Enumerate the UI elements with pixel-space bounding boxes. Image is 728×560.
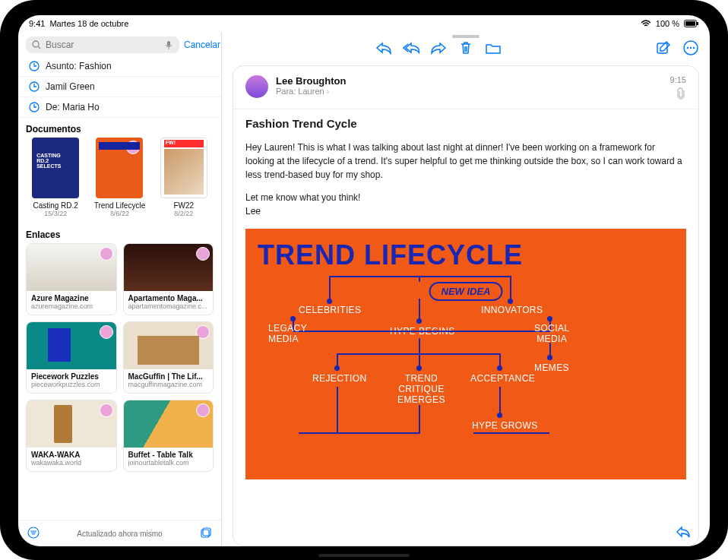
search-field[interactable] xyxy=(26,36,179,53)
document-date: 8/6/22 xyxy=(110,210,129,217)
link-title: Buffet - Table Talk xyxy=(128,451,209,459)
link-card[interactable]: Buffet - Table Talk joinourtabletalk.com xyxy=(123,400,214,472)
link-card[interactable]: WAKA-WAKA wakawaka.world xyxy=(26,400,117,472)
battery-text: 100 % xyxy=(656,19,679,28)
document-date: 15/3/22 xyxy=(44,210,67,217)
node-memes: MEMES xyxy=(534,362,569,373)
node-legacy-media: LEGACY MEDIA xyxy=(268,323,307,344)
link-card[interactable]: Piecework Puzzles pieceworkpuzzles.com xyxy=(26,321,117,394)
link-title: Piecework Puzzles xyxy=(31,372,112,381)
link-thumbnail xyxy=(124,322,214,369)
documents-header: Documentos xyxy=(18,118,221,138)
svg-point-16 xyxy=(693,47,695,49)
document-name: Casting RD.2 xyxy=(33,201,78,210)
reply-all-icon[interactable] xyxy=(403,40,419,56)
node-hype-grows: HYPE GROWS xyxy=(472,420,538,431)
sender-name[interactable]: Lee Broughton xyxy=(276,75,663,87)
node-acceptance: ACCEPTANCE xyxy=(470,373,535,384)
recent-label: Asunto: Fashion xyxy=(46,61,112,71)
node-celebrities: CELEBRITIES xyxy=(299,305,361,315)
link-domain: joinourtabletalk.com xyxy=(128,459,209,467)
message-time: 9:15 xyxy=(670,75,686,84)
svg-rect-1 xyxy=(685,21,695,26)
forward-icon[interactable] xyxy=(430,40,447,56)
clock-icon xyxy=(29,61,40,71)
link-title: MacGuffin | The Lif... xyxy=(128,372,209,381)
recent-label: De: Maria Ho xyxy=(46,102,100,112)
link-thumbnail xyxy=(27,322,116,369)
link-domain: apartamentomagazine.c... xyxy=(128,302,209,310)
compose-icon[interactable] xyxy=(655,40,672,56)
document-item[interactable]: Trend Lifecycle 8/6/22 xyxy=(90,138,149,217)
svg-point-3 xyxy=(33,41,39,47)
node-innovators: INNOVATORS xyxy=(481,305,543,315)
sidebar-footer: Actualizado ahora mismo xyxy=(18,520,221,546)
filter-icon[interactable] xyxy=(27,527,40,540)
mic-icon[interactable] xyxy=(164,40,173,49)
trash-icon[interactable] xyxy=(457,40,474,56)
infographic-title: TREND LIFECYCLE xyxy=(245,229,686,274)
node-social-media: SOCIAL MEDIA xyxy=(534,323,569,344)
chevron-right-icon: › xyxy=(327,87,330,96)
links-header: Enlaces xyxy=(18,223,221,243)
link-thumbnail xyxy=(27,400,116,448)
recent-search-item[interactable]: Jamil Green xyxy=(18,77,221,97)
recent-label: Jamil Green xyxy=(46,81,95,92)
document-date: 8/2/22 xyxy=(174,210,193,217)
attachment-icon[interactable] xyxy=(670,87,686,103)
body-paragraph: Let me know what you think! xyxy=(245,192,686,203)
body-paragraph: Lee xyxy=(245,204,686,218)
message-body: Fashion Trend Cycle Hey Lauren! This is … xyxy=(233,109,698,479)
recent-search-item[interactable]: De: Maria Ho xyxy=(18,97,221,118)
message-subject: Fashion Trend Cycle xyxy=(245,117,686,130)
svg-point-15 xyxy=(690,47,692,49)
more-icon[interactable] xyxy=(682,40,699,56)
link-domain: pieceworkpuzzles.com xyxy=(31,381,112,388)
sidebar: Cancelar Asunto: Fashion Jamil Green De:… xyxy=(18,32,222,546)
document-item[interactable]: FW22 8/2/22 xyxy=(154,138,214,217)
to-prefix: Para: xyxy=(276,87,296,96)
sync-status: Actualizado ahora mismo xyxy=(77,530,162,538)
recent-search-item[interactable]: Asunto: Fashion xyxy=(18,56,221,77)
stack-icon[interactable] xyxy=(200,527,212,540)
status-time: 9:41 xyxy=(29,19,45,28)
mail-toolbar xyxy=(222,40,710,59)
link-thumbnail xyxy=(124,244,214,291)
grabber-icon[interactable] xyxy=(452,35,480,38)
link-card[interactable]: Azure Magazine azuremagazine.com xyxy=(26,243,117,315)
link-thumbnail xyxy=(27,244,116,291)
folder-icon[interactable] xyxy=(485,40,502,56)
link-card[interactable]: Apartamento Maga... apartamentomagazine.… xyxy=(123,243,214,315)
mail-pane: Lee Broughton Para: Lauren › 9:15 xyxy=(222,32,710,546)
document-thumbnail xyxy=(32,138,79,198)
document-name: FW22 xyxy=(173,201,194,210)
message-header: Lee Broughton Para: Lauren › 9:15 xyxy=(233,66,698,109)
links-grid: Azure Magazine azuremagazine.com Apartam… xyxy=(18,243,221,472)
link-domain: wakawaka.world xyxy=(31,459,112,467)
reply-icon[interactable] xyxy=(676,526,691,541)
document-thumbnail xyxy=(96,138,143,198)
clock-icon xyxy=(29,102,40,112)
node-trend-critique: TREND CRITIQUE EMERGES xyxy=(397,373,445,405)
reply-icon[interactable] xyxy=(375,40,392,56)
status-date: Martes 18 de octubre xyxy=(49,19,128,28)
cancel-button[interactable]: Cancelar xyxy=(184,40,220,50)
infographic-image: TREND LIFECYCLE NEW IDEA CELEBRITIES xyxy=(245,229,686,479)
to-line[interactable]: Para: Lauren › xyxy=(276,87,663,96)
document-name: Trend Lifecycle xyxy=(94,201,145,210)
sender-avatar[interactable] xyxy=(245,75,268,98)
link-title: WAKA-WAKA xyxy=(31,451,112,459)
document-item[interactable]: Casting RD.2 15/3/22 xyxy=(26,138,85,217)
clock-icon xyxy=(29,81,40,92)
documents-row: Casting RD.2 15/3/22 Trend Lifecycle 8/6… xyxy=(18,138,221,223)
node-rejection: REJECTION xyxy=(312,373,367,384)
search-input[interactable] xyxy=(46,40,160,50)
link-domain: macguffinmagazine.com xyxy=(128,381,209,388)
link-title: Apartamento Maga... xyxy=(128,294,209,302)
link-title: Azure Magazine xyxy=(31,294,112,302)
wifi-icon xyxy=(641,20,651,27)
mail-card: Lee Broughton Para: Lauren › 9:15 xyxy=(233,65,699,546)
link-domain: azuremagazine.com xyxy=(31,302,112,310)
link-card[interactable]: MacGuffin | The Lif... macguffinmagazine… xyxy=(123,321,214,394)
svg-point-14 xyxy=(687,47,688,49)
